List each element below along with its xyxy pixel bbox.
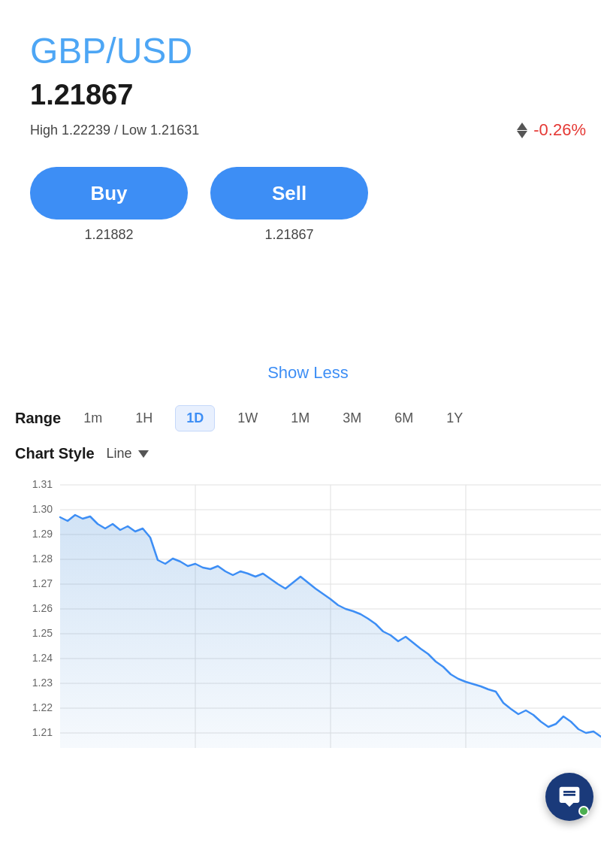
range-btn-1m[interactable]: 1m <box>73 406 113 431</box>
online-status-dot <box>578 806 589 816</box>
spacer <box>30 258 586 363</box>
show-less-button[interactable]: Show Less <box>267 363 349 383</box>
change-percent: -0.26% <box>533 120 586 140</box>
chart-style-label: Chart Style <box>15 445 95 462</box>
range-btn-1h[interactable]: 1H <box>125 406 163 431</box>
range-row: Range 1m 1H 1D 1W 1M 3M 6M 1Y <box>15 405 601 431</box>
trade-buttons-row: Buy Sell <box>30 167 586 220</box>
price-labels-row: 1.21882 1.21867 <box>30 227 586 243</box>
chart-style-select[interactable]: Line <box>107 446 149 462</box>
svg-text:1.24: 1.24 <box>32 652 53 664</box>
svg-text:1.22: 1.22 <box>32 701 53 713</box>
change-indicator: -0.26% <box>517 120 586 140</box>
price-meta-row: High 1.22239 / Low 1.21631 -0.26% <box>30 120 586 140</box>
svg-text:1.26: 1.26 <box>32 602 53 614</box>
chat-bubble-icon <box>557 785 581 809</box>
range-btn-1m-long[interactable]: 1M <box>280 406 320 431</box>
range-label: Range <box>15 410 61 427</box>
svg-text:1.27: 1.27 <box>32 577 53 589</box>
range-btn-1y[interactable]: 1Y <box>436 406 473 431</box>
range-btn-1d[interactable]: 1D <box>175 405 215 431</box>
buy-price-label: 1.21882 <box>30 227 188 243</box>
price-chart: 1.31 1.30 1.29 1.28 1.27 1.26 1.25 1.24 … <box>15 477 601 755</box>
svg-text:1.25: 1.25 <box>32 627 53 639</box>
svg-text:1.21: 1.21 <box>32 726 53 738</box>
chart-style-row: Chart Style Line <box>15 445 601 462</box>
buy-button[interactable]: Buy <box>30 167 188 220</box>
high-low: High 1.22239 / Low 1.21631 <box>30 123 199 138</box>
pair-title: GBP/USD <box>30 30 586 71</box>
range-btn-3m[interactable]: 3M <box>332 406 372 431</box>
sell-price-label: 1.21867 <box>210 227 368 243</box>
updown-arrows-icon <box>517 123 527 138</box>
current-price: 1.21867 <box>30 79 586 111</box>
range-btn-1w[interactable]: 1W <box>227 406 268 431</box>
svg-text:1.31: 1.31 <box>32 478 53 490</box>
svg-text:1.29: 1.29 <box>32 528 53 540</box>
range-btn-6m[interactable]: 6M <box>384 406 424 431</box>
svg-text:1.30: 1.30 <box>32 503 53 515</box>
sell-button[interactable]: Sell <box>210 167 368 220</box>
chat-button[interactable] <box>545 773 593 821</box>
svg-text:1.28: 1.28 <box>32 553 53 565</box>
chart-controls: Range 1m 1H 1D 1W 1M 3M 6M 1Y Chart Styl… <box>0 405 616 462</box>
dropdown-arrow-icon <box>138 450 149 458</box>
chart-container: 1.31 1.30 1.29 1.28 1.27 1.26 1.25 1.24 … <box>0 477 616 755</box>
chart-style-value: Line <box>107 446 132 462</box>
svg-text:1.23: 1.23 <box>32 677 53 689</box>
show-less-container: Show Less <box>0 363 616 383</box>
